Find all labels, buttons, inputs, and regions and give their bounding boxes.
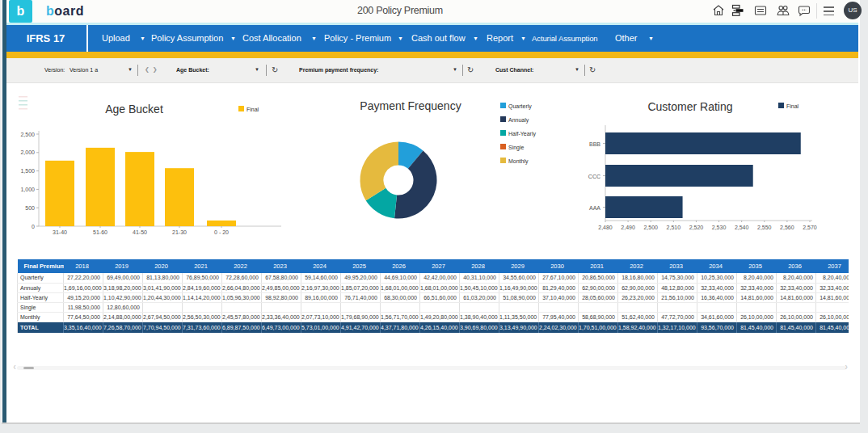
svg-text:51-60: 51-60: [93, 229, 107, 235]
svg-text:2,510: 2,510: [667, 225, 681, 230]
svg-text:Annualy: Annualy: [508, 117, 529, 124]
svg-text:Final: Final: [246, 107, 259, 112]
svg-text:2,000: 2,000: [20, 149, 35, 155]
svg-text:Age Bucket: Age Bucket: [105, 103, 163, 116]
svg-text:2,490: 2,490: [621, 225, 635, 230]
svg-text:2,570: 2,570: [803, 225, 817, 230]
svg-text:2,480: 2,480: [598, 225, 613, 230]
svg-text:Payment Frequency: Payment Frequency: [360, 99, 461, 112]
svg-text:AAA: AAA: [589, 205, 600, 211]
svg-text:2,540: 2,540: [735, 225, 749, 230]
svg-text:41-50: 41-50: [133, 229, 147, 235]
svg-text:1,000: 1,000: [20, 187, 35, 192]
svg-text:0: 0: [32, 224, 35, 229]
svg-text:21-30: 21-30: [172, 229, 187, 235]
svg-text:0 - 20: 0 - 20: [214, 229, 229, 235]
svg-text:Single: Single: [508, 145, 525, 151]
svg-text:2,500: 2,500: [20, 132, 35, 137]
svg-text:31-40: 31-40: [53, 229, 67, 235]
svg-text:CCC: CCC: [588, 174, 600, 179]
svg-text:2,500: 2,500: [643, 225, 658, 230]
svg-text:BBB: BBB: [589, 141, 600, 147]
svg-text:Quarterly: Quarterly: [508, 103, 532, 110]
svg-text:Final: Final: [786, 103, 799, 109]
svg-text:2,550: 2,550: [757, 225, 772, 230]
svg-text:Customer Rating: Customer Rating: [647, 100, 732, 113]
svg-text:Half-Yearly: Half-Yearly: [508, 131, 536, 137]
svg-text:500: 500: [25, 205, 35, 211]
svg-text:1,500: 1,500: [20, 168, 35, 174]
svg-text:2,520: 2,520: [689, 225, 704, 230]
svg-text:2,560: 2,560: [780, 225, 794, 230]
svg-text:Monthly: Monthly: [508, 158, 529, 165]
svg-text:2,530: 2,530: [712, 225, 727, 230]
